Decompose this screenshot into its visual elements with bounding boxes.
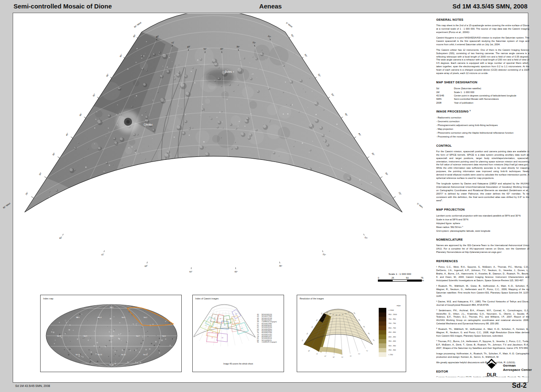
- quad-label: Sd-15: [109, 364, 114, 366]
- processing-step: - Photometric correction using the Hapke…: [436, 131, 529, 135]
- footprint-number: 45: [211, 337, 213, 339]
- footprint-number: 78: [205, 325, 207, 326]
- svg-text:25°: 25°: [372, 339, 375, 342]
- quad-label: Sd-2: [144, 316, 148, 318]
- index-map-panel: Index map Sd-1Sd-5Sd-4Sd-3Sd-2Sd-10Sd-9S…: [40, 295, 182, 372]
- svg-text:60°: 60°: [119, 53, 123, 58]
- legend-swatch: [379, 321, 386, 326]
- quad-label: Sd-11: [143, 354, 148, 356]
- svg-text:45°: 45°: [344, 112, 348, 117]
- quad-label: Sd-12: [121, 354, 126, 356]
- resolution-legend-row: 450 - 650: [379, 330, 405, 335]
- resolution-legend-row: 350 - 400: [379, 339, 405, 344]
- svg-text:20°: 20°: [358, 353, 361, 355]
- svg-text:60°: 60°: [304, 53, 308, 58]
- svg-text:30°: 30°: [350, 355, 352, 357]
- svg-text:65°: 65°: [353, 312, 356, 315]
- svg-text:35°: 35°: [368, 332, 370, 335]
- sidebar-section-heading: GENERAL NOTES: [436, 18, 529, 22]
- quad-label: Sd-7: [136, 335, 140, 337]
- svg-text:40°: 40°: [220, 47, 224, 50]
- svg-text:10°: 10°: [364, 236, 368, 240]
- sidebar-paragraph: ¹ Porco, C.C., West, R.A., Squyres, S., …: [436, 266, 529, 282]
- resolution-title: Resolution of the images: [300, 297, 324, 300]
- quad-label: Sd-1: [110, 306, 114, 308]
- legend-swatch: [379, 326, 386, 330]
- sidebar-section-heading: IMAGE PROCESSING ²: [436, 110, 529, 113]
- svg-text:50°: 50°: [92, 93, 96, 97]
- svg-text:45°: 45°: [363, 326, 365, 329]
- svg-text:70°: 70°: [316, 353, 319, 355]
- quad-label: Sd-10: [57, 335, 62, 337]
- designation-row: SdDione (Saturnian satellite): [436, 87, 529, 90]
- sidebar-section-heading: MAP PROJECTION: [436, 208, 529, 211]
- cassini-footprint-map: 404344455761626367767778818490: [194, 304, 257, 353]
- series-title: Semi-controlled Mosaic of Dione: [14, 3, 112, 10]
- scale-ticks: 0255075 km: [378, 277, 422, 280]
- cassini-index-title: Index of Cassini images: [195, 297, 219, 300]
- cassini-caption: Image 49 covers the whole sheet: [193, 363, 284, 365]
- feature-label: Lausus: [296, 193, 303, 195]
- resolution-legend-row: 650 - 700: [379, 326, 405, 330]
- svg-text:0° West: 0° West: [286, 22, 293, 28]
- feature-label: Butes: [225, 70, 232, 73]
- cassini-image-list: 40N150240512643N150637794944N15061257084…: [257, 314, 283, 343]
- designation-row: 43.5/45Center point in degrees consistin…: [436, 94, 529, 97]
- footprint-number: 84: [235, 313, 237, 315]
- svg-text:40°: 40°: [234, 270, 238, 273]
- quad-label: Sd-5: [76, 316, 80, 318]
- resolution-legend-row: < 250: [379, 352, 405, 357]
- index-map: Sd-1Sd-5Sd-4Sd-3Sd-2Sd-10Sd-9Sd-8Sd-7Sd-…: [41, 295, 181, 372]
- feature-label: Aeneas: [189, 232, 227, 236]
- sheet-designation: Sd 1M 43.5/45 SMN, 2008: [452, 3, 527, 10]
- svg-text:25°: 25°: [301, 339, 304, 342]
- svg-text:65°: 65°: [320, 312, 323, 315]
- sidebar-section-heading: REFERENCES: [436, 259, 529, 263]
- quad-label: Sd-13: [98, 354, 102, 356]
- sidebar-paragraph: German Aerospace Center (DLR), Institute…: [436, 376, 529, 377]
- sidebar-paragraph: We greatly appreciate helpful discussion…: [436, 361, 529, 365]
- sidebar-paragraph: The Cassini orbiter has 12 instruments. …: [436, 49, 529, 76]
- sidebar-section-heading: NOMENCLATURE: [436, 238, 529, 241]
- footprint-number: 81: [235, 320, 236, 321]
- footer-designation: Sd 1M 43.5/45 SMN, 2008: [15, 384, 50, 387]
- resolution-legend-row: > 1500: [379, 308, 405, 313]
- svg-text:30°: 30°: [279, 264, 283, 267]
- svg-text:40°: 40°: [358, 132, 362, 137]
- svg-text:20°: 20°: [322, 253, 326, 256]
- resolution-map: 80°80°70°70°60°60°50°50°40°40°30°30°20°2…: [298, 302, 378, 366]
- svg-text:35°: 35°: [52, 152, 55, 156]
- processing-step: - Photogrammetric adjustment using limb-…: [436, 123, 529, 127]
- footprint-number: 57: [220, 318, 221, 320]
- svg-text:55°: 55°: [358, 319, 361, 322]
- resolution-legend-row: 700 - 750: [379, 321, 405, 326]
- resolution-legend: m/px > 1500950 - 1500750 - 950700 - 7506…: [379, 304, 405, 357]
- svg-text:55°: 55°: [317, 73, 321, 77]
- processing-step: - Map projection: [436, 127, 529, 131]
- legend-swatch: [379, 317, 386, 321]
- quad-label: Sd-3: [122, 316, 126, 318]
- projection-line: Grid system: planetographic latitude, we…: [436, 229, 529, 233]
- svg-text:60°: 60°: [145, 264, 148, 267]
- scale-bar: Scale 1 : 1 000 000 0255075 km: [375, 272, 424, 282]
- designation-row: 1MScale 1 : 1 000 000: [436, 90, 529, 94]
- svg-text:40°: 40°: [65, 132, 69, 137]
- scale-tick: 75 km: [421, 277, 424, 282]
- processing-step: - Radiometric correction: [436, 116, 529, 120]
- svg-text:45°: 45°: [79, 112, 82, 117]
- sidebar-paragraph: ⁶ Thomas, P.C., Burns, J.A., Helfenstein…: [436, 340, 529, 350]
- sidebar-section-heading: MAP SHEET DESIGNATION: [436, 80, 529, 84]
- svg-text:50°: 50°: [331, 93, 335, 97]
- svg-text:65°: 65°: [132, 34, 136, 38]
- svg-text:0° West: 0° West: [417, 202, 423, 208]
- svg-text:30°: 30°: [385, 172, 388, 176]
- quad-label: Sd-6: [162, 335, 166, 337]
- sidebar-paragraph: Names are approved by the ISS-Camera-Tea…: [436, 244, 529, 254]
- main-map: 80°80°70°70°60°60°50°50°40°40°30°30°20°2…: [0, 14, 423, 295]
- scale-bar-segments: [378, 280, 422, 282]
- svg-text:30°: 30°: [38, 172, 42, 176]
- sidebar-section-heading: CONTROL: [436, 144, 529, 148]
- svg-text:10°: 10°: [366, 350, 369, 352]
- processing-step: - Processing of the mosaic: [436, 135, 529, 139]
- legend-swatch: [379, 334, 386, 339]
